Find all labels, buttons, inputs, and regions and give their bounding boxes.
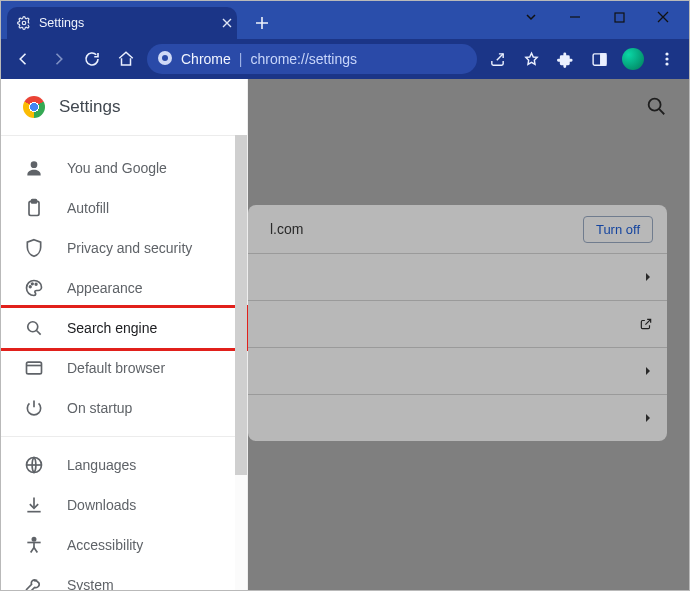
sidebar-item-label: Privacy and security [67,240,192,256]
power-icon [23,397,45,419]
sidebar-item-appearance[interactable]: Appearance [1,268,247,308]
wrench-icon [23,574,45,591]
forward-button[interactable] [41,42,75,76]
search-icon [23,317,45,339]
address-bar[interactable]: Chrome | chrome://settings [147,44,477,74]
svg-point-13 [32,283,34,285]
sidebar-item-search-engine[interactable]: Search engine [1,308,247,348]
sidebar-item-label: System [67,577,114,591]
address-url: chrome://settings [250,51,357,67]
clipboard-icon [23,197,45,219]
chevron-right-icon [643,413,653,423]
card-row-2[interactable] [248,254,667,301]
sidebar-item-label: Downloads [67,497,136,513]
svg-point-6 [665,52,668,55]
sidebar-item-system[interactable]: System [1,565,247,591]
sidebar-scrollbar[interactable] [235,135,247,590]
avatar [622,48,644,70]
share-icon[interactable] [481,43,513,75]
chevron-down-icon[interactable] [509,1,553,33]
sidebar-header: Settings [1,79,247,136]
palette-icon [23,277,45,299]
svg-point-9 [31,161,38,168]
reload-button[interactable] [75,42,109,76]
gear-icon [17,16,31,30]
svg-rect-1 [615,13,624,22]
tab-settings[interactable]: Settings [7,7,237,39]
card-row-5[interactable] [248,395,667,441]
person-icon [23,157,45,179]
accessibility-icon [23,534,45,556]
sidebar-item-label: Accessibility [67,537,143,553]
svg-point-0 [22,21,26,25]
svg-rect-11 [32,200,37,203]
extensions-icon[interactable] [549,43,581,75]
sidebar-item-privacy[interactable]: Privacy and security [1,228,247,268]
home-button[interactable] [109,42,143,76]
chrome-logo-icon [23,96,45,118]
card-row-account[interactable]: l.com Turn off [248,205,667,254]
svg-point-3 [162,55,168,61]
sidebar-item-autofill[interactable]: Autofill [1,188,247,228]
globe-icon [23,454,45,476]
card-row-3[interactable] [248,301,667,348]
new-tab-button[interactable] [249,10,275,36]
shield-icon [23,237,45,259]
star-icon[interactable] [515,43,547,75]
svg-point-12 [29,286,31,288]
svg-point-14 [35,283,37,285]
scrollbar-thumb[interactable] [235,135,247,475]
svg-point-8 [665,62,668,65]
browser-window: Settings [0,0,690,591]
chevron-right-icon [643,272,653,282]
profile-avatar[interactable] [617,43,649,75]
close-window-button[interactable] [641,1,685,33]
chevron-right-icon [643,366,653,376]
sidebar-item-accessibility[interactable]: Accessibility [1,525,247,565]
svg-point-7 [665,57,668,60]
sidebar-item-label: Autofill [67,200,109,216]
browser-toolbar: Chrome | chrome://settings [1,39,689,79]
svg-rect-5 [600,53,605,64]
svg-point-15 [28,322,38,332]
card-row-4[interactable] [248,348,667,395]
address-separator: | [239,51,243,67]
sidebar-list: You and Google Autofill Privacy and secu… [1,136,247,591]
content-area: Settings You and Google Autofill [1,79,689,590]
sidebar-item-label: Default browser [67,360,165,376]
open-in-new-icon [639,317,653,331]
svg-point-18 [32,538,35,541]
sidebar-title: Settings [59,97,120,117]
browser-icon [23,357,45,379]
sidebar-item-label: Appearance [67,280,143,296]
sidebar-item-on-startup[interactable]: On startup [1,388,247,428]
svg-rect-16 [27,362,42,374]
settings-card: l.com Turn off [248,205,667,441]
chrome-badge-icon [157,50,175,68]
menu-button[interactable] [651,43,683,75]
download-icon [23,494,45,516]
maximize-button[interactable] [597,1,641,33]
sidebar-divider [1,436,247,437]
sidebar-item-label: You and Google [67,160,167,176]
settings-sidebar: Settings You and Google Autofill [1,79,248,590]
card-row-text: l.com [262,221,583,237]
window-system-buttons [509,1,689,33]
side-panel-icon[interactable] [583,43,615,75]
tab-title: Settings [39,16,217,30]
sidebar-item-default-browser[interactable]: Default browser [1,348,247,388]
sidebar-item-label: Search engine [67,320,157,336]
settings-search-button[interactable] [645,95,667,117]
svg-point-19 [649,99,661,111]
sidebar-item-you-and-google[interactable]: You and Google [1,148,247,188]
sidebar-item-downloads[interactable]: Downloads [1,485,247,525]
minimize-button[interactable] [553,1,597,33]
sidebar-item-label: On startup [67,400,132,416]
turn-off-button[interactable]: Turn off [583,216,653,243]
toolbar-right [481,43,683,75]
sidebar-item-languages[interactable]: Languages [1,445,247,485]
back-button[interactable] [7,42,41,76]
tab-close-button[interactable] [217,18,237,28]
address-scheme-label: Chrome [181,51,231,67]
sidebar-item-label: Languages [67,457,136,473]
